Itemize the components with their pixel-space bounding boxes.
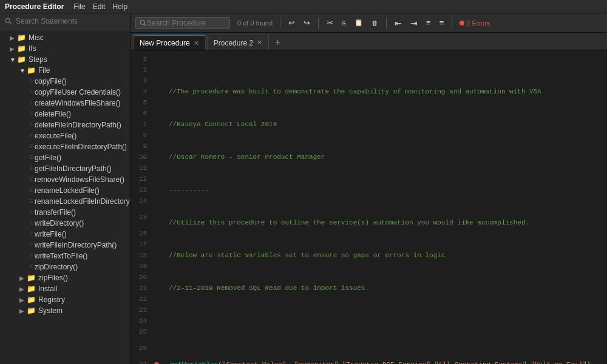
- svg-line-3: [144, 24, 146, 25]
- list-item[interactable]: ⠿ copyFile(): [0, 76, 130, 87]
- tab-procedure-2[interactable]: Procedure 2 ✕: [207, 35, 269, 50]
- list-item[interactable]: ⠿ deleteFile(): [0, 109, 130, 120]
- list-item[interactable]: ⠿ writeTextToFile(): [0, 251, 130, 261]
- toolbar-search-bar: [135, 17, 230, 29]
- list-item[interactable]: ⠿ copyFileUser Credentials(): [0, 87, 130, 98]
- code-line-5: //Utilize this procedure to outline the …: [154, 217, 607, 228]
- toolbar-search-input[interactable]: [147, 19, 226, 27]
- list-item[interactable]: ⠿ renameLockedFile(): [0, 185, 130, 196]
- fold-button[interactable]: ▼: [161, 359, 169, 364]
- list-item[interactable]: ⠿ removeWindowsFileShare(): [0, 174, 130, 185]
- app-title: Procedure Editor: [5, 2, 64, 11]
- sidebar-item-install[interactable]: ▶ 📁 zipFiles(): [0, 272, 130, 283]
- align-right-button[interactable]: ≡: [436, 17, 447, 29]
- list-item[interactable]: ⠿ executeFile(): [0, 130, 130, 141]
- tab-close-button[interactable]: ✕: [194, 39, 199, 47]
- errors-label: 2 Errors: [466, 19, 490, 27]
- undo-button[interactable]: ↩: [285, 17, 298, 29]
- list-item[interactable]: ⠿ executeFileInDirectoryPath(): [0, 141, 130, 152]
- tabs-bar: New Procedure ✕ Procedure 2 ✕ +: [131, 33, 607, 51]
- code-editor[interactable]: 12345 678910 11121314 15 1617181920 2122…: [131, 51, 607, 364]
- paste-button[interactable]: 📋: [351, 18, 366, 28]
- search-icon: [5, 18, 12, 25]
- main-layout: ▶ 📁 Misc ▶ 📁 Ifs ▼ 📁 Steps ▼: [0, 13, 607, 364]
- toolbar: 0 of 0 found ↩ ↪ ✂ ⎘ 📋 🗑 ⇤ ⇥ ≡ ≡ 2 Error…: [131, 13, 607, 33]
- toolbar-separator: [280, 18, 280, 29]
- code-line-1: //The procedure was built to demonstrate…: [154, 86, 607, 97]
- menu-help[interactable]: Help: [112, 2, 127, 11]
- svg-point-0: [6, 19, 10, 23]
- toolbar-separator-4: [452, 18, 452, 29]
- toolbar-separator-2: [318, 18, 319, 29]
- list-item[interactable]: ⠿ getFileInDirectoryPath(): [0, 163, 130, 174]
- toolbar-separator-3: [386, 18, 387, 29]
- list-item[interactable]: ⠿ transferFile(): [0, 207, 130, 218]
- menu-edit[interactable]: Edit: [93, 2, 106, 11]
- sidebar: ▶ 📁 Misc ▶ 📁 Ifs ▼ 📁 Steps ▼: [0, 13, 131, 364]
- sidebar-item-user[interactable]: ▶ 📁 System: [0, 305, 130, 316]
- delete-button[interactable]: 🗑: [368, 18, 381, 28]
- list-item[interactable]: ⠿ zipDirectory(): [0, 261, 130, 272]
- errors-badge: 2 Errors: [459, 19, 490, 27]
- list-item[interactable]: ⠿ writeFileInDirectoryPath(): [0, 240, 130, 251]
- sidebar-item-system[interactable]: ▶ 📁 Registry: [0, 294, 130, 305]
- sidebar-item-registry[interactable]: ▶ 📁 Install: [0, 283, 130, 294]
- svg-line-1: [10, 22, 12, 24]
- sidebar-search-bar: [0, 13, 130, 30]
- sidebar-tree: ▶ 📁 Misc ▶ 📁 Ifs ▼ 📁 Steps ▼: [0, 30, 130, 364]
- list-item[interactable]: ⠿ writeFile(): [0, 229, 130, 240]
- redo-button[interactable]: ↪: [300, 17, 313, 29]
- list-item[interactable]: ⠿ createWindowsFileShare(): [0, 98, 130, 109]
- code-line-7: //2-11-2019 Removed SQL Read due to impo…: [154, 283, 607, 294]
- sidebar-item-misc[interactable]: ▶ 📁 Misc: [0, 32, 130, 43]
- tab-label: New Procedure: [140, 39, 190, 47]
- code-line-8: [154, 315, 607, 326]
- error-indicator: [459, 21, 464, 25]
- content-area: 0 of 0 found ↩ ↪ ✂ ⎘ 📋 🗑 ⇤ ⇥ ≡ ≡ 2 Error…: [131, 13, 607, 364]
- menu-file[interactable]: File: [73, 2, 85, 11]
- copy-button[interactable]: ⎘: [339, 18, 349, 28]
- tab-close-button-2[interactable]: ✕: [257, 39, 262, 47]
- sidebar-search-input[interactable]: [16, 17, 125, 25]
- code-text[interactable]: //The procedure was built to demonstrate…: [152, 51, 607, 364]
- tab-add-button[interactable]: +: [271, 35, 284, 50]
- tab-label: Procedure 2: [214, 39, 253, 47]
- svg-point-2: [141, 20, 145, 24]
- sidebar-item-steps[interactable]: ▼ 📁 Steps: [0, 54, 130, 65]
- titlebar: Procedure Editor File Edit Help: [0, 0, 607, 13]
- search-icon: [140, 19, 147, 27]
- indent-right-button[interactable]: ⇥: [407, 17, 421, 29]
- code-line-2: //Kaseya Connect Local 2019: [154, 119, 607, 130]
- list-item[interactable]: ⠿ renameLockedFileInDirectoryPath(): [0, 196, 130, 207]
- found-count: 0 of 0 found: [237, 19, 273, 27]
- sidebar-item-ifs[interactable]: ▶ 📁 Ifs: [0, 43, 130, 54]
- list-item[interactable]: ⠿ getFile(): [0, 152, 130, 163]
- line-numbers: 12345 678910 11121314 15 1617181920 2122…: [131, 51, 152, 364]
- cut-button[interactable]: ✂: [324, 17, 336, 29]
- code-line-6: //Below are static variables set to ensu…: [154, 250, 607, 261]
- indent-left-button[interactable]: ⇤: [392, 17, 405, 29]
- list-item[interactable]: ⠿ writeDirectory(): [0, 218, 130, 229]
- code-line-3: //Oscar Romero - Senior Product Manager: [154, 152, 607, 163]
- code-line-4: ----------: [154, 184, 607, 195]
- align-left-button[interactable]: ≡: [423, 17, 434, 29]
- tab-new-procedure[interactable]: New Procedure ✕: [133, 35, 206, 50]
- list-item[interactable]: ⠿ deleteFileInDirectoryPath(): [0, 120, 130, 130]
- code-line-9: ▼ getVariables("Constant Value", "nvmoni…: [154, 359, 607, 364]
- sidebar-item-file[interactable]: ▼ 📁 File: [0, 65, 130, 76]
